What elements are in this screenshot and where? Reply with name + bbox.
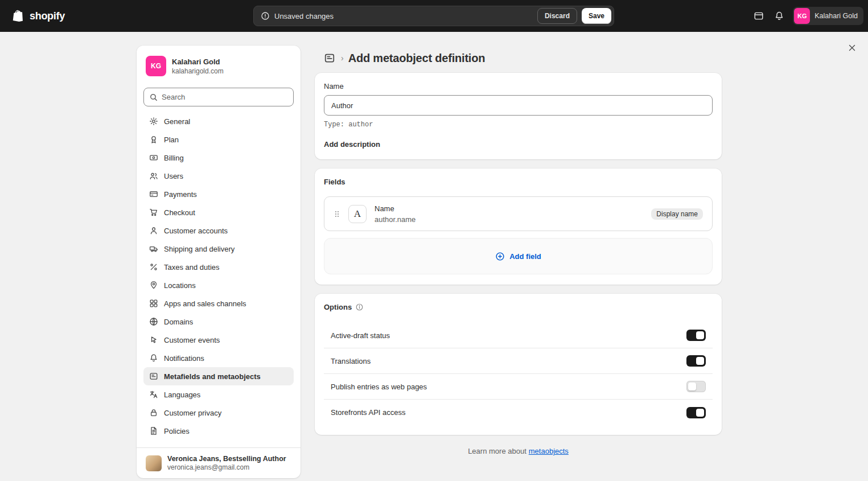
account-menu[interactable]: KG Kalahari Gold [793,7,863,25]
options-card: Options Active-draft status Translations… [315,294,722,435]
field-key: author.name [375,215,416,224]
breadcrumb: › Add metaobject definition [315,49,722,67]
publish-entries-toggle[interactable] [686,381,706,392]
type-line: Type: author [324,121,713,129]
sidebar-item-general[interactable]: General [143,112,294,130]
store-name: Kalahari Gold [172,57,224,66]
sidebar-item-label: Customer events [164,336,220,344]
sidebar-item-metafields-and-metaobjects[interactable]: Metafields and metaobjects [143,367,294,385]
topbar: shopify Unsaved changes Discard Save KG … [0,0,868,32]
info-icon [355,303,364,311]
sidebar-item-taxes[interactable]: Taxes and duties [143,258,294,276]
lock-icon [149,408,158,417]
sidebar-item-notifications[interactable]: Notifications [143,349,294,367]
user-email: veronica.jeans@gmail.com [167,463,286,471]
option-row: Translations [324,348,713,374]
cart-icon [149,208,158,217]
option-label: Publish entries as web pages [331,383,427,391]
sidebar-item-label: Users [164,172,183,180]
gear-icon [149,117,158,126]
add-description-button[interactable]: Add description [324,140,380,149]
sidebar-item-label: Customer privacy [164,409,221,417]
sidebar-item-users[interactable]: Users [143,167,294,185]
apps-grid-icon [149,299,158,308]
toggle-knob [696,331,704,339]
unsaved-changes-bar: Unsaved changes Discard Save [253,6,614,26]
field-row[interactable]: A Name author.name Display name [324,196,713,231]
sidebar-item-customer-privacy[interactable]: Customer privacy [143,404,294,422]
metaobjects-link[interactable]: metaobjects [529,447,569,455]
options-heading: Options [324,303,352,311]
sidebar-item-checkout[interactable]: Checkout [143,203,294,221]
fields-heading: Fields [324,178,713,186]
window-icon[interactable] [750,7,768,25]
translate-icon [149,390,158,399]
cursor-icon [149,335,158,344]
notifications-bell-icon[interactable] [770,7,788,25]
toggle-knob [696,357,704,365]
active-draft-status-toggle[interactable] [686,330,706,341]
sidebar-item-label: Billing [164,154,184,162]
sidebar-item-shipping[interactable]: Shipping and delivery [143,240,294,258]
sidebar-item-payments[interactable]: Payments [143,185,294,203]
document-icon [149,426,158,435]
shopify-bag-icon [11,9,26,23]
sidebar-item-label: Customer accounts [164,227,228,235]
percent-icon [149,262,158,272]
name-card: Name Type: author Add description [315,73,722,159]
account-avatar: KG [794,8,810,24]
store-avatar: KG [146,56,166,76]
storefronts-api-toggle[interactable] [686,407,706,418]
sidebar-user-card[interactable]: Veronica Jeans, Bestselling Author veron… [137,447,301,478]
fields-card: Fields A Name author.name Display name A… [315,168,722,285]
drag-handle-icon[interactable] [334,209,340,219]
translations-toggle[interactable] [686,355,706,367]
metaobjects-icon [149,372,158,381]
person-icon [149,226,158,235]
chevron-right-icon: › [341,54,344,63]
save-button[interactable]: Save [582,8,611,24]
sidebar-item-domains[interactable]: Domains [143,313,294,331]
sidebar-item-label: Plan [164,135,179,144]
field-title: Name [375,204,416,213]
option-label: Active-draft status [331,331,390,340]
sidebar-item-languages[interactable]: Languages [143,385,294,404]
sidebar-item-customer-events[interactable]: Customer events [143,331,294,349]
globe-icon [149,317,158,326]
account-name: Kalahari Gold [814,12,858,20]
location-pin-icon [149,281,158,290]
sidebar-item-label: Apps and sales channels [164,299,246,308]
search-icon [149,93,158,102]
name-input[interactable] [324,95,713,116]
credit-card-icon [149,190,158,199]
toggle-knob [688,383,696,390]
sidebar-item-label: Locations [164,281,196,290]
close-icon[interactable] [844,40,860,56]
sidebar-item-label: Notifications [164,354,204,363]
user-name: Veronica Jeans, Bestselling Author [167,455,286,463]
sidebar-item-locations[interactable]: Locations [143,276,294,294]
sidebar-item-plan[interactable]: Plan [143,130,294,149]
sidebar-item-billing[interactable]: Billing [143,149,294,167]
sidebar-item-label: Shipping and delivery [164,245,235,253]
plus-circle-icon [495,252,505,261]
discard-button[interactable]: Discard [537,8,577,24]
learn-more-text: Learn more about [468,447,526,455]
sidebar-item-label: General [164,117,190,126]
search-input[interactable] [162,93,288,101]
single-line-text-icon: A [348,205,367,223]
bell-icon [149,353,158,363]
metaobjects-breadcrumb-icon[interactable] [323,51,336,65]
option-label: Storefronts API access [331,408,406,417]
sidebar-item-apps[interactable]: Apps and sales channels [143,294,294,313]
sidebar-item-label: Policies [164,427,190,435]
add-field-button[interactable]: Add field [324,238,713,274]
sidebar-item-label: Taxes and duties [164,263,220,272]
shopify-logo[interactable]: shopify [11,0,65,32]
settings-nav: General Plan Billing Users Payments Chec… [137,112,301,440]
sidebar-item-customer-accounts[interactable]: Customer accounts [143,221,294,240]
store-header: KG Kalahari Gold kalaharigold.com [137,46,301,84]
sidebar-item-policies[interactable]: Policies [143,422,294,440]
sidebar-item-label: Payments [164,190,197,199]
option-row: Publish entries as web pages [324,374,713,400]
